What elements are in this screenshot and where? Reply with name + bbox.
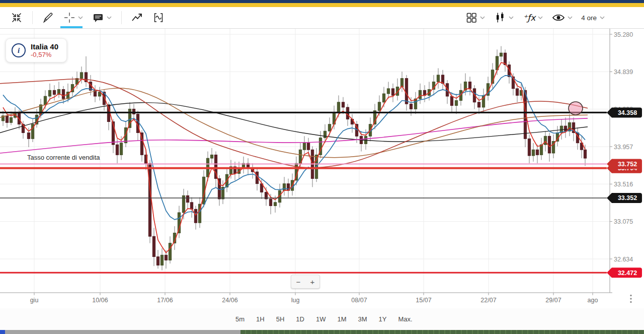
candle-bear — [116, 145, 119, 155]
highlight-circle-annotation[interactable] — [569, 102, 583, 115]
chevron-down-icon — [480, 16, 485, 19]
indicators-button[interactable] — [148, 7, 169, 28]
candle-bull — [44, 96, 47, 105]
minimap-data-region[interactable] — [240, 330, 644, 334]
zoom-out-button[interactable]: − — [291, 275, 305, 288]
price-badge-label: 32.472 — [618, 270, 637, 277]
y-axis-label: 33.957 — [614, 144, 633, 151]
trendline-icon — [131, 12, 143, 24]
candle-bear — [53, 90, 56, 94]
x-axis-label: 15/07 — [416, 297, 431, 304]
chevron-down-icon — [107, 16, 112, 19]
candle-bear — [27, 133, 30, 139]
candle-bull — [382, 94, 385, 102]
candle-bull — [532, 150, 535, 156]
candle-bear — [6, 116, 9, 122]
candle-bear — [450, 96, 453, 106]
candle-bull — [324, 131, 327, 138]
candle-bear — [269, 199, 272, 206]
candle-bear — [156, 257, 159, 265]
candle-bear — [342, 102, 345, 107]
interval-selector[interactable]: 4 ore — [577, 14, 609, 22]
kebab-menu-icon — [630, 294, 632, 303]
x-axis-label: ago — [588, 297, 598, 304]
trendline-tool-button[interactable] — [127, 7, 148, 28]
ma-slow-brown — [0, 88, 588, 158]
instrument-info-card[interactable]: i Italia 40 -0,57% — [6, 38, 67, 62]
indicators-bracket-icon — [152, 12, 165, 24]
candle-bull — [80, 73, 83, 79]
timeframe-5H[interactable]: 5H — [276, 314, 285, 324]
y-axis-label: 35.280 — [614, 31, 633, 38]
collapse-icon — [11, 12, 23, 24]
candle-bear — [564, 126, 567, 131]
timeframe-1W[interactable]: 1W — [316, 314, 326, 324]
candle-bull — [328, 124, 331, 131]
candle-bear — [190, 203, 193, 209]
candle-bear — [516, 89, 519, 95]
sell-rate-label: Tasso corrente di vendita — [27, 154, 100, 161]
candle-bear — [62, 90, 65, 99]
minimap-handle[interactable] — [0, 330, 5, 334]
candle-bull — [303, 143, 306, 150]
chart-type-button[interactable] — [490, 7, 518, 28]
candle-bear — [307, 143, 310, 150]
candle-bull — [283, 184, 286, 190]
chevron-down-icon — [78, 16, 83, 19]
instrument-change: -0,57% — [31, 51, 58, 58]
y-axis-label: 33.075 — [614, 218, 633, 225]
candle-bull — [274, 203, 277, 206]
candle-bull — [378, 102, 381, 111]
candle-bear — [548, 136, 551, 153]
y-axis-label: 33.516 — [614, 181, 633, 188]
functions-button[interactable]: ⁺ƒx — [518, 7, 547, 28]
draw-pencil-icon — [42, 12, 54, 24]
interval-label: 4 ore — [581, 14, 597, 22]
annotation-tool-button[interactable] — [88, 7, 116, 28]
more-options-button[interactable] — [626, 292, 636, 305]
timeframe-1Y[interactable]: 1Y — [379, 314, 387, 324]
x-axis-label: 24/06 — [222, 297, 237, 304]
candle-bull — [10, 117, 13, 122]
minimap-empty-region[interactable] — [5, 330, 240, 334]
x-axis-label: 29/07 — [545, 297, 561, 304]
y-axis-label: 32.634 — [614, 256, 633, 263]
x-axis-label: giu — [30, 297, 39, 304]
chart-toolbar: ⁺ƒx 4 ore — [0, 7, 644, 29]
candle-bull — [169, 243, 172, 260]
candle-bull — [160, 255, 164, 265]
candle-bull — [544, 136, 547, 145]
crosshair-tool-button[interactable] — [59, 7, 88, 28]
timeframe-1D[interactable]: 1D — [296, 314, 304, 324]
collapse-button[interactable] — [6, 7, 27, 28]
candle-bull — [500, 53, 503, 56]
zoom-in-button[interactable]: + — [305, 275, 319, 288]
candle-bear — [536, 150, 539, 155]
candle-bull — [48, 90, 51, 96]
candle-bear — [165, 255, 168, 260]
timeframe-Max[interactable]: Max. — [398, 314, 412, 324]
chevron-down-icon — [538, 16, 543, 19]
price-chart-canvas[interactable]: giu10/0617/0624/06lug08/0715/0722/0729/0… — [0, 29, 644, 305]
candle-bear — [391, 89, 394, 95]
timeline-minimap[interactable] — [0, 330, 644, 334]
chevron-down-icon — [509, 16, 514, 19]
timeframe-1H[interactable]: 1H — [256, 314, 265, 324]
candle-bull — [178, 213, 181, 233]
y-axis-label: 34.839 — [614, 69, 633, 76]
candle-bear — [194, 209, 197, 223]
visibility-button[interactable] — [547, 7, 577, 28]
candle-bull — [455, 100, 458, 105]
draw-tool-button[interactable] — [38, 7, 59, 28]
candle-bear — [468, 82, 471, 88]
x-axis-label: lug — [291, 297, 300, 304]
chevron-down-icon — [600, 16, 605, 19]
x-axis-label: 08/07 — [351, 297, 367, 304]
candle-bear — [152, 236, 155, 256]
timeframe-3M[interactable]: 3M — [358, 314, 367, 324]
timeframe-5m[interactable]: 5m — [235, 314, 245, 324]
timeframe-1M[interactable]: 1M — [337, 314, 346, 324]
candle-bull — [437, 75, 440, 82]
candle-bear — [477, 102, 480, 107]
layout-button[interactable] — [461, 7, 490, 28]
